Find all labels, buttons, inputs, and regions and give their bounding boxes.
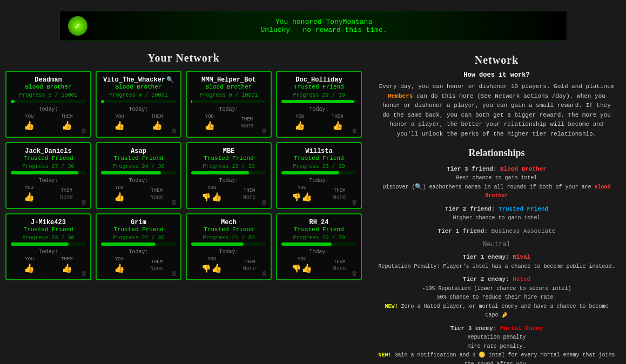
delete-icon[interactable]: 🗑 [81,199,87,206]
thumbup-icon[interactable]: 👍 [114,263,125,274]
none-label: None [243,194,256,200]
delete-icon[interactable]: 🗑 [171,127,177,134]
progress-bar-bg [191,100,266,103]
tier3-enemy-new: NEW! Gain a notification and 3 🪙 intel f… [378,352,615,364]
delete-icon[interactable]: 🗑 [352,199,358,206]
you-them-row: YOU 👍 THEM 👍 [11,114,86,131]
you-col: YOU 👎👍 [201,185,222,203]
them-col: THEM 👍 [61,114,73,131]
search-icon: 🔍 [166,77,174,83]
you-col: YOU 👍 [114,257,125,274]
you-label: YOU [207,185,216,191]
progress-bar-fill [281,242,332,246]
thumbdown-icon[interactable]: 👎 [201,193,211,202]
thumbup-icon[interactable]: 👍 [24,120,35,131]
thumbup-icon[interactable]: 👍 [294,120,305,131]
tier2-friend-label: Tier 2 friend: [445,206,499,212]
progress-label: Progress 24 / 30 [101,164,176,170]
progress-label: Progress 27 / 30 [11,164,86,170]
none-label: None [240,123,253,129]
them-label: THEM [60,188,72,193]
thumbup-icon[interactable]: 👍 [24,192,35,203]
you-col: YOU 👍 [204,114,215,131]
today-label: Today: [191,178,266,184]
them-col: THEM None [240,117,253,129]
thumbup-icon[interactable]: 👍 [114,192,125,203]
delete-icon[interactable]: 🗑 [261,270,267,277]
them-col: THEM None [333,259,346,272]
thumbup-icon[interactable]: 👍 [301,263,312,274]
network-description: Every day, you can honor or dishonor 10 … [378,82,615,139]
you-col: YOU 👍 [24,185,35,203]
thumbup-icon[interactable]: 👍 [301,192,312,203]
progress-bar-bg [101,100,176,103]
delete-icon[interactable]: 🗑 [352,127,358,134]
them-col: THEM None [150,259,163,272]
progress-bar-bg [281,171,356,174]
progress-bar-fill [11,171,78,174]
tier3-enemy-desc: Reputation penaltyHire rate penalty. [467,334,526,349]
them-label: THEM [334,259,346,265]
you-label: YOU [295,114,304,119]
progress-bar-bg [101,171,176,174]
members-highlight: Members [388,93,413,99]
them-label: THEM [61,114,73,119]
progress-bar-fill [11,242,69,246]
player-relationship: Trusted Friend [281,155,356,161]
you-label: YOU [207,257,216,262]
delete-icon[interactable]: 🗑 [352,270,358,277]
today-label: Today: [11,249,86,255]
them-col: THEM 👍 [151,114,163,131]
player-relationship: Trusted Friend [11,155,86,161]
player-name: RH_24 [281,219,356,226]
you-col: YOU 👎👍 [201,257,222,274]
progress-label: Progress 0 / 10001 [191,92,266,98]
today-label: Today: [281,178,356,184]
thumbup-them-icon: 👍 [62,120,72,131]
none-label: None [150,266,163,272]
player-card: J-Mike423 Trusted Friend Progress 23 / 3… [5,213,91,280]
today-label: Today: [101,249,176,255]
delete-icon[interactable]: 🗑 [261,199,267,206]
progress-bar-bg [191,242,266,246]
tier3-desc2: Discover (🔍) eachothers names in all rou… [382,184,610,199]
delete-icon[interactable]: 🗑 [261,127,267,134]
them-label: THEM [332,114,344,119]
them-label: THEM [244,259,255,265]
progress-label: Progress 20 / 30 [281,235,356,241]
left-panel: Your Network Deadman Blood Brother Progr… [0,46,367,364]
thumbup-icon[interactable]: 👍 [24,263,35,274]
today-label: Today: [101,178,176,184]
them-label: THEM [151,259,163,265]
player-card: Mech Trusted Friend Progress 21 / 30 Tod… [186,213,272,280]
player-relationship: Blood Brother [191,84,266,90]
thumbup-icon[interactable]: 👍 [211,263,222,274]
them-label: THEM [244,188,255,193]
progress-bar-bg [11,100,86,103]
progress-label: Progress 5 / 10001 [11,92,86,98]
progress-bar-fill [11,100,15,103]
thumbdown-icon[interactable]: 👎 [292,193,301,202]
them-col: THEM None [243,259,256,272]
thumbup-icon[interactable]: 👍 [114,120,125,131]
tier1-friend-label: Tier 1 friend: [438,228,492,234]
delete-icon[interactable]: 🗑 [171,270,177,277]
tier3-enemy-label: Tier 3 enemy: [450,325,500,332]
tier-rival: Tier 1 enemy: Rival Reputation Penalty: … [378,253,615,271]
delete-icon[interactable]: 🗑 [81,127,87,134]
delete-icon[interactable]: 🗑 [81,270,87,277]
progress-bar-fill [281,100,354,103]
you-label: YOU [115,185,124,191]
you-label: YOU [298,185,306,191]
you-them-row: YOU 👍 THEM None [101,185,176,203]
you-col: YOU 👍 [114,185,125,203]
thumbup-icon[interactable]: 👍 [204,120,215,131]
right-panel: Network How does it work? Every day, you… [367,46,626,364]
thumbdown-icon[interactable]: 👎 [201,264,211,273]
player-name: Doc_Holliday [281,76,356,84]
delete-icon[interactable]: 🗑 [171,199,177,206]
today-label: Today: [101,106,176,112]
thumbdown-icon[interactable]: 👎 [292,264,301,273]
thumbup-icon[interactable]: 👍 [211,192,222,203]
player-name: Asap [101,147,176,155]
